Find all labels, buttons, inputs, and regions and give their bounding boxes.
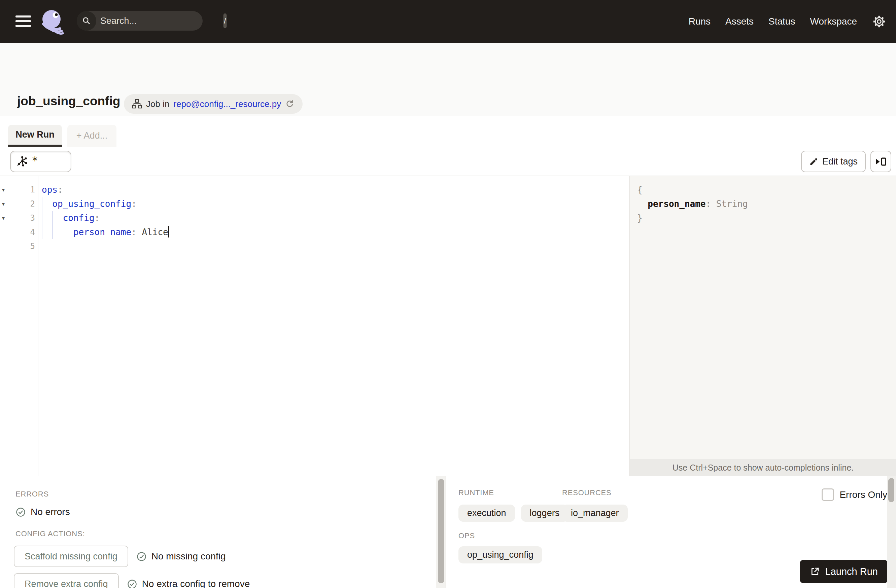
- code-line-content[interactable]: config:: [38, 211, 629, 225]
- launch-run-label: Launch Run: [825, 566, 878, 577]
- line-number: ▾2: [0, 197, 38, 211]
- config-schema-panel: { person_name: String } Use Ctrl+Space t…: [629, 176, 896, 476]
- errors-only-checkbox[interactable]: [821, 488, 834, 501]
- nav-links: Runs Assets Status Workspace: [689, 0, 887, 43]
- yaml-colon: :: [131, 227, 137, 237]
- job-badge-prefix: Job in: [146, 99, 169, 109]
- resources-header: RESOURCES: [562, 488, 612, 497]
- indent-guide: [52, 211, 53, 225]
- code-line-content[interactable]: op_using_config:: [38, 197, 629, 211]
- code-line-content[interactable]: person_name: Alice: [38, 225, 629, 239]
- no-missing-config-label: No missing config: [151, 551, 226, 562]
- panel-toggle-button[interactable]: [870, 151, 891, 172]
- editor-line[interactable]: ▾1ops:: [0, 183, 629, 197]
- yaml-key: op_using_config: [52, 199, 131, 209]
- no-extra-config-label: No extra config to remove: [142, 579, 250, 588]
- search-input[interactable]: [96, 16, 224, 26]
- errors-header: ERRORS: [15, 490, 49, 498]
- nav-link-workspace[interactable]: Workspace: [810, 16, 857, 27]
- fold-arrow-icon[interactable]: ▾: [2, 197, 10, 211]
- ops-tags: op_using_config: [459, 546, 542, 564]
- nav-link-assets[interactable]: Assets: [725, 16, 754, 27]
- schema-code: { person_name: String }: [630, 183, 748, 225]
- nav-link-status[interactable]: Status: [768, 16, 795, 27]
- left-panel-scrollbar-thumb[interactable]: [438, 479, 444, 583]
- op-selector-input[interactable]: *: [10, 151, 72, 172]
- yaml-colon: :: [131, 199, 137, 209]
- job-location-badge: Job in repo@config..._resource.py: [124, 94, 303, 114]
- yaml-key: person_name: [73, 227, 131, 237]
- fold-arrow-icon[interactable]: ▾: [2, 211, 10, 225]
- top-nav: / Runs Assets Status Workspace: [0, 0, 896, 43]
- launch-icon: [810, 567, 820, 577]
- check-circle-icon: [15, 507, 26, 517]
- schema-open-brace: {: [637, 185, 643, 195]
- code-line-content[interactable]: ops:: [38, 183, 629, 197]
- session-tab-new-run[interactable]: New Run: [8, 125, 62, 147]
- page-title: job_using_config: [17, 94, 120, 108]
- remove-extra-config-button[interactable]: Remove extra config: [14, 573, 119, 588]
- indent-guide: [42, 225, 43, 239]
- code-line-content[interactable]: [38, 239, 629, 253]
- scaffold-missing-config-button[interactable]: Scaffold missing config: [14, 545, 128, 567]
- run-preview-panel: RUNTIME executionloggers RESOURCES io_ma…: [446, 476, 896, 588]
- yaml-value: Alice: [137, 227, 168, 237]
- edit-tags-label: Edit tags: [822, 156, 858, 167]
- editor-line[interactable]: ▾2 op_using_config:: [0, 197, 629, 211]
- indent-guide: [42, 211, 43, 225]
- dagster-logo[interactable]: [40, 8, 67, 35]
- runtime-tags: executionloggers: [459, 504, 568, 522]
- autocomplete-hint: Use Ctrl+Space to show auto-completions …: [630, 459, 896, 476]
- job-repo-link[interactable]: repo@config..._resource.py: [173, 99, 281, 109]
- launchpad-main: ▾1ops:▾2 op_using_config:▾3 config:4 per…: [0, 176, 896, 476]
- tag-chip[interactable]: loggers: [521, 504, 568, 522]
- launch-run-button[interactable]: Launch Run: [800, 560, 888, 583]
- check-circle-icon: [127, 579, 137, 588]
- schema-type: String: [716, 199, 748, 209]
- editor-line[interactable]: 4 person_name: Alice: [0, 225, 629, 239]
- text-cursor: [168, 226, 169, 237]
- session-tab-add[interactable]: + Add...: [67, 125, 116, 147]
- edit-tags-button[interactable]: Edit tags: [801, 151, 866, 172]
- yaml-key: ops: [42, 185, 58, 195]
- editor-lines: ▾1ops:▾2 op_using_config:▾3 config:4 per…: [0, 183, 629, 253]
- resources-tags: io_manager: [562, 504, 628, 522]
- schema-close-brace: }: [637, 213, 643, 223]
- tag-chip[interactable]: op_using_config: [459, 546, 542, 564]
- bottom-panel-divider: [446, 476, 446, 588]
- gear-icon[interactable]: [872, 14, 887, 29]
- tag-chip[interactable]: execution: [459, 504, 515, 522]
- tag-chip[interactable]: io_manager: [562, 504, 628, 522]
- op-selector-value: *: [32, 154, 38, 167]
- schema-key[interactable]: person_name: [648, 199, 706, 209]
- errors-panel: ERRORS No errors CONFIG ACTIONS: Scaffol…: [0, 476, 436, 588]
- runtime-header: RUNTIME: [459, 488, 494, 497]
- editor-line[interactable]: ▾3 config:: [0, 211, 629, 225]
- pencil-icon: [809, 157, 818, 166]
- search-box[interactable]: /: [77, 11, 203, 30]
- hamburger-menu-icon[interactable]: [15, 15, 31, 27]
- check-circle-icon: [136, 552, 147, 562]
- editor-line[interactable]: 5: [0, 239, 629, 253]
- search-icon: [77, 11, 96, 30]
- errors-only-toggle[interactable]: Errors Only: [821, 488, 887, 501]
- right-panel-scrollbar-thumb[interactable]: [888, 478, 894, 502]
- panel-toggle-icon: [875, 157, 887, 166]
- yaml-colon: :: [58, 185, 63, 195]
- refresh-icon[interactable]: [285, 99, 294, 109]
- indent-guide: [63, 225, 64, 239]
- yaml-key: config: [63, 213, 94, 223]
- config-editor[interactable]: ▾1ops:▾2 op_using_config:▾3 config:4 per…: [0, 176, 629, 476]
- indent-guide: [42, 197, 43, 211]
- line-number: ▾3: [0, 211, 38, 225]
- no-errors-label: No errors: [30, 507, 70, 517]
- fold-arrow-icon[interactable]: ▾: [2, 183, 10, 197]
- line-number: ▾1: [0, 183, 38, 197]
- job-graph-icon: [132, 99, 142, 109]
- line-number: 4: [0, 225, 38, 239]
- page-header: job_using_config Job in repo@config..._r…: [0, 43, 896, 116]
- indent-guide: [52, 225, 53, 239]
- line-number: 5: [0, 239, 38, 253]
- nav-link-runs[interactable]: Runs: [689, 16, 710, 27]
- config-actions-header: CONFIG ACTIONS:: [15, 529, 85, 538]
